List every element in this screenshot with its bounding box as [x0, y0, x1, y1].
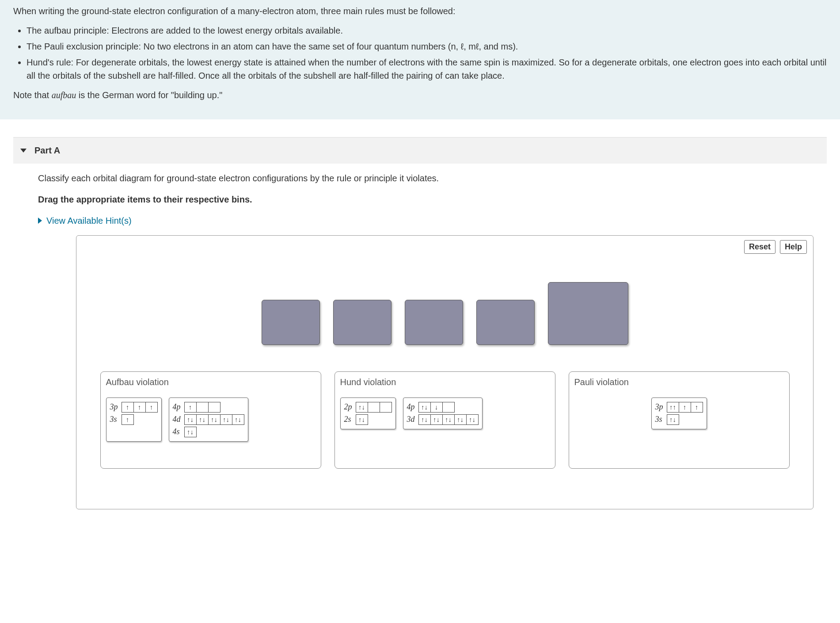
bin-hund-label: Hund violation	[340, 375, 550, 389]
orb-label: 2p	[344, 402, 356, 412]
card-aufbau-1[interactable]: 3p ↑ ↑ ↑ 3s ↑	[106, 397, 162, 442]
caret-right-icon	[38, 218, 42, 224]
drag-item-4[interactable]	[476, 300, 535, 345]
orb-box: ↑↓	[466, 414, 479, 425]
orb-box: ↑	[122, 414, 134, 425]
intro-bullet-aufbau: The aufbau principle: Electrons are adde…	[27, 24, 827, 37]
orb-box: ↑↓	[356, 402, 368, 413]
card-aufbau-2[interactable]: 4p ↑ 4d ↑↓ ↑↓ ↑↓	[169, 397, 248, 442]
orb-box: ↑	[691, 402, 703, 413]
orb-box: ↓	[430, 402, 443, 413]
question-area: Classify each orbital diagram for ground…	[38, 172, 827, 509]
part-a-header[interactable]: Part A	[13, 138, 827, 164]
orb-box	[380, 402, 392, 413]
intro-bullet-hund: Hund's rule: For degenerate orbitals, th…	[27, 56, 827, 82]
drag-workspace: Reset Help Aufbau violation 3p ↑ ↑	[76, 235, 813, 509]
intro-lead: When writing the ground-state electron c…	[13, 4, 827, 18]
question-text: Classify each orbital diagram for ground…	[38, 172, 827, 185]
bin-hund-items: 2p ↑↓ 2s ↑↓	[340, 397, 550, 429]
bin-aufbau[interactable]: Aufbau violation 3p ↑ ↑ ↑ 3s ↑	[100, 371, 321, 469]
bin-pauli-items: 3p ↑↑ ↑ ↑ 3s ↑↓	[574, 397, 784, 429]
orb-box: ↑↓	[196, 414, 209, 425]
bin-aufbau-label: Aufbau violation	[106, 375, 315, 389]
orb-box: ↑↓	[442, 414, 455, 425]
orb-box	[196, 402, 209, 413]
note-prefix: Note that	[13, 90, 52, 100]
orb-box: ↑↓	[208, 414, 220, 425]
orb-box: ↑	[133, 402, 146, 413]
intro-panel: When writing the ground-state electron c…	[0, 0, 840, 119]
orb-label: 3s	[110, 415, 122, 424]
bin-pauli[interactable]: Pauli violation 3p ↑↑ ↑ ↑ 3s ↑↓	[569, 371, 790, 469]
part-a-title: Part A	[34, 145, 60, 156]
bins-row: Aufbau violation 3p ↑ ↑ ↑ 3s ↑	[83, 371, 807, 469]
workspace-buttons: Reset Help	[744, 240, 807, 254]
orb-label: 2s	[344, 415, 356, 424]
orb-box: ↑↓	[418, 414, 431, 425]
orb-box: ↑↓	[418, 402, 431, 413]
note-word: aufbau	[52, 90, 76, 100]
orb-box: ↑↓	[184, 427, 197, 437]
orb-box	[208, 402, 220, 413]
help-button[interactable]: Help	[780, 240, 807, 254]
orb-label: 3d	[407, 415, 418, 424]
orb-box	[442, 402, 455, 413]
intro-list: The aufbau principle: Electrons are adde…	[27, 24, 827, 82]
hints-label: View Available Hint(s)	[46, 214, 132, 227]
intro-note: Note that aufbau is the German word for …	[13, 88, 827, 102]
card-pauli-1[interactable]: 3p ↑↑ ↑ ↑ 3s ↑↓	[651, 397, 707, 429]
drag-item-3[interactable]	[405, 300, 463, 345]
divider	[13, 119, 827, 138]
orb-box: ↑↓	[232, 414, 244, 425]
orb-box: ↑↓	[430, 414, 443, 425]
orb-label: 3p	[655, 402, 667, 412]
orb-box: ↑	[145, 402, 158, 413]
reset-button[interactable]: Reset	[744, 240, 775, 254]
orb-box: ↑↓	[454, 414, 467, 425]
orb-label: 4p	[407, 402, 418, 412]
orb-label: 3s	[655, 415, 667, 424]
orb-box: ↑	[679, 402, 691, 413]
drag-item-2[interactable]	[333, 300, 391, 345]
orb-box: ↑↓	[220, 414, 232, 425]
caret-down-icon	[20, 149, 27, 153]
bin-hund[interactable]: Hund violation 2p ↑↓ 2s ↑↓	[334, 371, 555, 469]
bin-aufbau-items: 3p ↑ ↑ ↑ 3s ↑	[106, 397, 315, 442]
drag-instruction: Drag the appropriate items to their resp…	[38, 193, 827, 206]
orb-box: ↑↑	[667, 402, 679, 413]
orb-box	[368, 402, 380, 413]
orb-box: ↑↓	[667, 414, 679, 425]
note-suffix: is the German word for "building up."	[76, 90, 222, 100]
orb-label: 3p	[110, 402, 122, 412]
orb-box: ↑	[184, 402, 197, 413]
orb-label: 4s	[173, 427, 184, 437]
draggable-source-row	[83, 282, 807, 345]
orb-box: ↑↓	[356, 414, 368, 425]
bin-pauli-label: Pauli violation	[574, 375, 784, 389]
orb-box: ↑↓	[184, 414, 197, 425]
view-hints-toggle[interactable]: View Available Hint(s)	[38, 214, 827, 227]
orb-label: 4p	[173, 402, 184, 412]
card-hund-1[interactable]: 2p ↑↓ 2s ↑↓	[340, 397, 396, 429]
drag-item-5[interactable]	[548, 282, 628, 345]
orb-box: ↑	[122, 402, 134, 413]
orb-label: 4d	[173, 415, 184, 424]
drag-item-1[interactable]	[262, 300, 320, 345]
card-hund-2[interactable]: 4p ↑↓ ↓ 3d ↑↓ ↑↓ ↑↓	[403, 397, 483, 429]
intro-bullet-pauli: The Pauli exclusion principle: No two el…	[27, 40, 827, 53]
